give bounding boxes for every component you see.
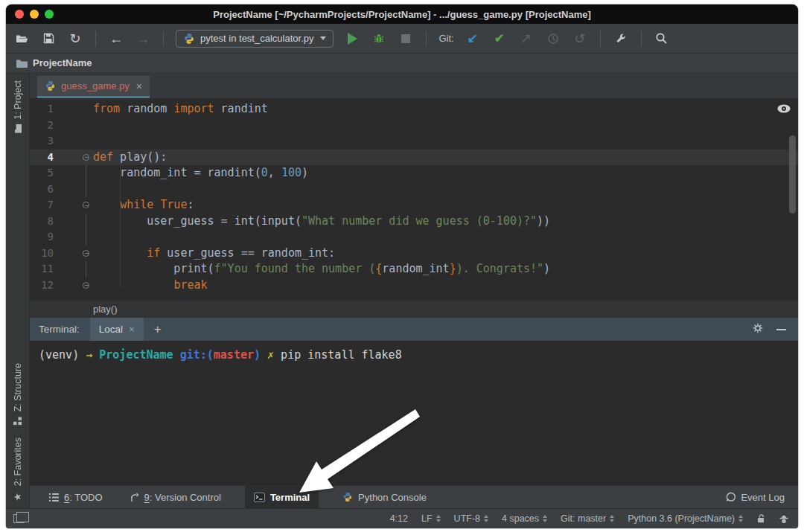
code-line: 7 while True: — [30, 197, 798, 214]
close-window-button[interactable] — [15, 10, 24, 19]
new-terminal-session-button[interactable]: + — [144, 322, 172, 337]
updown-icon — [543, 515, 547, 522]
python-icon — [342, 492, 353, 502]
git-commit-icon[interactable]: ✔ — [491, 30, 508, 48]
breadcrumb-scope[interactable]: play() — [93, 304, 118, 315]
tab-label: 6: TODO — [64, 492, 103, 503]
line-ending-select[interactable]: LF — [421, 513, 441, 524]
fold-icon[interactable] — [83, 154, 89, 161]
tab-guess-game[interactable]: guess_game.py × — [37, 76, 150, 98]
wrench-icon[interactable] — [613, 30, 629, 48]
status-bar: 4:12 LF UTF-8 4 spaces Git: master Pytho… — [6, 508, 798, 528]
pycharm-window: ProjectName [~/PycharmProjects/ProjectNa… — [6, 4, 798, 528]
run-configuration-label: pytest in test_calculator.py — [200, 33, 313, 44]
terminal-tab-label: Local — [99, 324, 123, 335]
sidebar-item-favorites[interactable]: ★ 2: Favorites — [12, 438, 23, 502]
breadcrumb[interactable]: ProjectName — [33, 57, 92, 68]
open-folder-icon[interactable] — [13, 30, 30, 48]
hide-tool-window-icon[interactable] — [776, 329, 786, 330]
minimize-window-button[interactable] — [30, 10, 39, 19]
history-clock-icon[interactable] — [545, 30, 561, 48]
encoding-select[interactable]: UTF-8 — [454, 513, 488, 524]
code-lines: 1from random import randint234def play()… — [30, 101, 798, 293]
code-editor[interactable]: 1from random import randint234def play()… — [30, 98, 798, 299]
tab-terminal[interactable]: Terminal — [245, 486, 319, 509]
sidebar-item-structure[interactable]: Z: Structure — [13, 363, 23, 425]
search-icon[interactable] — [654, 30, 670, 48]
sidebar-item-label: 1: Project — [13, 80, 23, 120]
debug-button[interactable] — [371, 30, 387, 48]
folder-icon — [16, 59, 28, 68]
python-file-icon — [45, 80, 56, 92]
zoom-window-button[interactable] — [45, 10, 54, 19]
code-line: 10 if user_guess == random_int: — [30, 246, 798, 262]
event-log-label: Event Log — [741, 492, 785, 503]
fold-icon[interactable] — [83, 282, 89, 289]
sidebar-item-label: 2: Favorites — [13, 438, 23, 486]
terminal-output[interactable]: (venv) → ProjectName git:(master) ✗ pip … — [30, 341, 798, 485]
back-icon[interactable]: ← — [108, 30, 124, 48]
sidebar-item-project[interactable]: 1: Project — [13, 80, 23, 132]
balloon-icon — [726, 492, 736, 502]
updown-icon — [738, 515, 743, 522]
event-log-button[interactable]: Event Log — [723, 486, 788, 509]
hector-inspections-icon[interactable] — [779, 513, 789, 524]
run-configuration-select[interactable]: pytest in test_calculator.py — [176, 30, 334, 48]
fold-icon[interactable] — [83, 202, 89, 208]
terminal-tab-local[interactable]: Local × — [90, 318, 144, 341]
tab-close-icon[interactable]: × — [136, 80, 142, 92]
code-line: 12 break — [30, 278, 798, 294]
terminal-title: Terminal: — [30, 324, 90, 335]
editor-tab-bar: guess_game.py × — [30, 73, 798, 98]
editor-scrollbar-thumb[interactable] — [789, 135, 796, 214]
git-branch-select[interactable]: Git: master — [561, 513, 614, 524]
sync-icon[interactable]: ↻ — [67, 30, 83, 48]
todo-list-icon — [49, 493, 59, 501]
fold-icon[interactable] — [83, 250, 89, 257]
code-line: 6 — [30, 182, 798, 198]
indent-select[interactable]: 4 spaces — [502, 513, 547, 524]
code-line: 4def play(): — [30, 150, 798, 166]
code-line: 2 — [30, 118, 798, 134]
code-line: 11 print(f"You found the number ({random… — [30, 261, 798, 278]
forward-icon[interactable]: → — [135, 30, 151, 48]
git-update-icon[interactable]: ↙ — [465, 30, 481, 48]
pytest-icon — [183, 33, 195, 45]
version-control-icon — [130, 493, 139, 502]
run-button[interactable] — [344, 30, 360, 48]
project-folder-icon — [14, 124, 22, 133]
tab-label: 9: Version Control — [144, 492, 221, 503]
tool-window-switcher-icon[interactable] — [13, 514, 25, 523]
chevron-down-icon — [320, 36, 326, 40]
window-title: ProjectName [~/PycharmProjects/ProjectNa… — [213, 9, 591, 20]
caret-position[interactable]: 4:12 — [390, 513, 408, 524]
tab-python-console[interactable]: Python Console — [339, 486, 430, 509]
tab-label: guess_game.py — [61, 80, 130, 92]
tab-version-control[interactable]: 9: Version Control — [127, 486, 224, 509]
terminal-settings-gear-icon[interactable] — [753, 323, 763, 336]
terminal-header: Terminal: Local × + — [30, 318, 798, 341]
terminal-prompt: (venv) → ProjectName git:(master) ✗ pip … — [39, 348, 798, 362]
tab-todo[interactable]: 6: TODO — [46, 486, 106, 509]
tab-label: Terminal — [270, 492, 310, 503]
indent-guide — [120, 165, 121, 286]
updown-icon — [610, 515, 614, 522]
inspections-eye-icon[interactable] — [776, 103, 791, 119]
title-bar: ProjectName [~/PycharmProjects/ProjectNa… — [6, 4, 798, 24]
main-toolbar: ↻ ← → pytest in test_calculator.py Git: … — [6, 24, 798, 54]
star-icon: ★ — [12, 491, 23, 502]
terminal-tab-close-icon[interactable]: × — [129, 324, 135, 335]
navigation-bar: ProjectName — [6, 54, 798, 73]
tool-window-bar: 6: TODO 9: Version Control Terminal Pyth… — [30, 485, 798, 508]
revert-icon[interactable]: ↺ — [572, 30, 588, 48]
code-line: 9 — [30, 229, 798, 246]
save-all-icon[interactable] — [40, 30, 57, 48]
sidebar-item-label: Z: Structure — [13, 363, 23, 411]
git-push-icon[interactable] — [518, 30, 535, 48]
code-line: 1from random import randint — [30, 101, 798, 118]
interpreter-select[interactable]: Python 3.6 (ProjectName) — [628, 513, 743, 524]
code-line: 3 — [30, 133, 798, 150]
stop-button[interactable] — [398, 30, 414, 48]
left-tool-strip: 1: Project Z: Structure ★ 2: Favorites — [6, 73, 30, 508]
lock-icon[interactable] — [756, 513, 765, 524]
